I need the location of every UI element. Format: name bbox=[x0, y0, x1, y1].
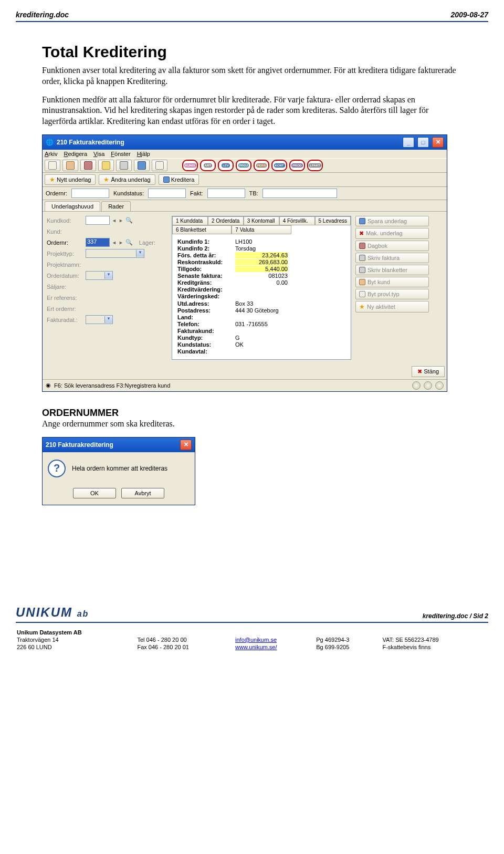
next-icon[interactable]: ► bbox=[119, 218, 123, 223]
orb-3 bbox=[435, 381, 444, 390]
info-value: 0.00 bbox=[235, 279, 288, 286]
prev2-icon[interactable]: ◄ bbox=[112, 240, 117, 245]
minimize-button[interactable]: _ bbox=[403, 137, 414, 148]
toolbar-btn-4[interactable] bbox=[98, 160, 114, 171]
header-left: kreditering.doc bbox=[16, 11, 69, 19]
ctab-5[interactable]: 5 Levadress bbox=[315, 216, 351, 225]
lbl-orderdatum: Orderdatum: bbox=[47, 273, 83, 279]
ctab-7[interactable]: 7 Valuta bbox=[232, 225, 291, 234]
round-lev[interactable]: LEV bbox=[218, 160, 234, 171]
tab-rader[interactable]: Rader bbox=[101, 201, 131, 211]
info-label: Reskontraskuld: bbox=[177, 259, 235, 265]
right-panel: Spara underlag ✖Mak. underlag Dagbok Skr… bbox=[355, 216, 429, 360]
pg: Pg 469294-3 bbox=[316, 637, 381, 643]
rbtn-bytkund: Byt kund bbox=[355, 277, 429, 287]
nytt-underlag-button[interactable]: ★Nytt underlag bbox=[45, 174, 96, 185]
menu-redigera[interactable]: Redigera bbox=[64, 151, 87, 157]
round-kont[interactable]: KONT bbox=[271, 160, 287, 171]
info-value: Box 33 bbox=[235, 300, 288, 307]
dd-fakturadat: ▼ bbox=[86, 315, 113, 324]
info-label: Tillgodo: bbox=[177, 266, 235, 272]
round-art[interactable]: ART bbox=[200, 160, 216, 171]
ctab-3[interactable]: 3 Kontomall bbox=[244, 216, 279, 225]
main-tabs: Underlagshuvud Rader bbox=[43, 200, 447, 211]
info-value: 081023 bbox=[235, 273, 288, 279]
menu-hjalp[interactable]: Hjälp bbox=[137, 151, 150, 157]
close-button[interactable]: ✕ bbox=[432, 137, 444, 148]
next2-icon[interactable]: ► bbox=[119, 240, 123, 245]
round-prod[interactable]: PROD bbox=[289, 160, 305, 171]
menu-arkiv[interactable]: Arkiv bbox=[45, 151, 57, 157]
maximize-button[interactable]: □ bbox=[417, 137, 429, 148]
round-lfakt[interactable]: LFAKT bbox=[307, 160, 323, 171]
ctab-1[interactable]: 1 Kunddata bbox=[172, 216, 208, 225]
menu-visa[interactable]: Visa bbox=[93, 151, 104, 157]
fld-kundkod bbox=[86, 216, 110, 225]
toolbar-btn-2[interactable] bbox=[62, 160, 78, 171]
search2-icon[interactable]: 🔍 bbox=[125, 239, 133, 246]
header-right: 2009-08-27 bbox=[450, 11, 488, 19]
field-kundstatus bbox=[148, 189, 186, 198]
toolbar-btn-3[interactable] bbox=[80, 160, 96, 171]
info-label: Kundinfo 2: bbox=[177, 245, 235, 252]
round-kundi[interactable]: KUNDI bbox=[182, 160, 198, 171]
tab-underlagshuvud[interactable]: Underlagshuvud bbox=[45, 201, 100, 211]
info-value bbox=[235, 314, 288, 320]
info-value: Torsdag bbox=[235, 245, 288, 252]
search-icon[interactable]: 🔍 bbox=[125, 217, 133, 224]
ctab-6[interactable]: 6 Blankettset bbox=[172, 225, 232, 234]
dialog-message: Hela ordern kommer att krediteras bbox=[72, 465, 167, 472]
left-form: Kundkod:◄►🔍 Kund: Ordernr:337◄►🔍Lager: P… bbox=[47, 216, 167, 360]
round-proj[interactable]: PROJ bbox=[236, 160, 251, 171]
field-fakt bbox=[207, 189, 245, 198]
toolbar-2: ★Nytt underlag ★Ändra underlag Kreditera bbox=[43, 173, 447, 187]
round-pers[interactable]: PERS bbox=[254, 160, 269, 171]
dialog-close-button[interactable]: ✕ bbox=[180, 440, 192, 450]
lbl-kundkod: Kundkod: bbox=[47, 217, 83, 224]
andra-underlag-button[interactable]: ★Ändra underlag bbox=[99, 174, 155, 185]
lbl-fakturadat: Fakturadat.: bbox=[47, 317, 83, 323]
status-text: F6: Sök leveransadress F3:Nyregistrera k… bbox=[54, 382, 170, 389]
info-list: Kundinfo 1:LH100Kundinfo 2:TorsdagFörs. … bbox=[172, 234, 351, 359]
field-ordernr[interactable] bbox=[71, 189, 109, 198]
ctab-2[interactable]: 2 Orderdata bbox=[208, 216, 244, 225]
toolbar-btn-1[interactable] bbox=[45, 160, 60, 171]
paragraph-3: Ange ordernummer som ska krediteras. bbox=[42, 419, 462, 430]
lbl-ertordernr: Ert ordernr: bbox=[47, 306, 83, 312]
orb-2 bbox=[424, 381, 432, 390]
center-panel: 1 Kunddata 2 Orderdata 3 Kontomall 4 För… bbox=[172, 216, 351, 360]
window-title: 210 Fakturakreditering bbox=[57, 139, 124, 146]
addr2: 226 60 LUND bbox=[17, 644, 136, 650]
ok-button[interactable]: OK bbox=[73, 488, 116, 498]
form-area: Kundkod:◄►🔍 Kund: Ordernr:337◄►🔍Lager: P… bbox=[43, 211, 447, 364]
dialog-body: ? Hela ordern kommer att krediteras bbox=[43, 452, 195, 485]
toolbar-btn-5[interactable] bbox=[116, 160, 132, 171]
fld-ordernr2[interactable]: 337 bbox=[86, 238, 110, 247]
lbl-erreferens: Er referens: bbox=[47, 295, 83, 301]
prev-icon[interactable]: ◄ bbox=[112, 218, 117, 223]
stang-button[interactable]: ✖Stäng bbox=[412, 366, 445, 377]
info-label: Kundinfo 1: bbox=[177, 238, 235, 245]
bg: Bg 699-9205 bbox=[316, 644, 381, 650]
rbtn-nyaktivitet: ★Ny aktivitet bbox=[355, 301, 429, 313]
info-value bbox=[235, 286, 288, 293]
info-value: 23,264.63 bbox=[235, 252, 288, 258]
toolbar-btn-7[interactable] bbox=[152, 160, 167, 171]
kreditera-button[interactable]: Kreditera bbox=[159, 174, 200, 185]
menubar: Arkiv Redigera Visa Fönster Hjälp bbox=[43, 150, 447, 158]
avbryt-button[interactable]: Avbryt bbox=[121, 488, 164, 498]
info-label: Kundtyp: bbox=[177, 335, 235, 341]
info-value: 444 30 Göteborg bbox=[235, 307, 288, 314]
menu-fonster[interactable]: Fönster bbox=[111, 151, 130, 157]
lbl-projekttyp: Projekttyp: bbox=[47, 251, 83, 257]
toolbar-btn-6[interactable] bbox=[134, 160, 150, 171]
heading-ordernummer: ORDERNUMMER bbox=[42, 408, 462, 419]
toolbar-1: KUNDI ART LEV PROJ PERS KONT PROD LFAKT bbox=[43, 158, 447, 173]
footer-rule bbox=[16, 622, 488, 623]
email-link[interactable]: info@unikum.se bbox=[235, 637, 277, 643]
info-label: Kundstatus: bbox=[177, 341, 235, 348]
ctab-4[interactable]: 4 Försvillk. bbox=[279, 216, 315, 225]
web-link[interactable]: www.unikum.se/ bbox=[235, 644, 277, 650]
addr1: Traktorvägen 14 bbox=[17, 637, 136, 643]
lbl-projektnamn: Projektnamn: bbox=[47, 262, 83, 268]
